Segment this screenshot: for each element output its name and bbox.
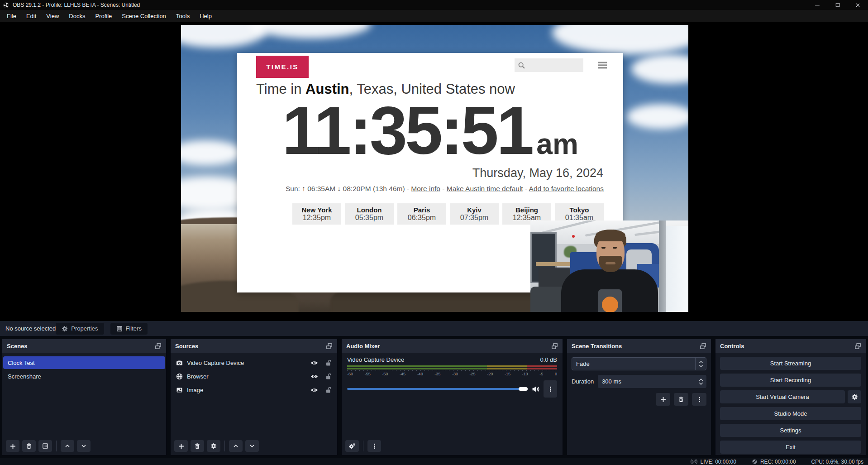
maximize-button[interactable] (827, 0, 848, 10)
start-streaming-button[interactable]: Start Streaming (720, 357, 861, 370)
sun-info-line: Sun: ↑ 06:35AM ↓ 08:20PM (13h 46m) - Mor… (286, 185, 604, 193)
office-window (662, 226, 688, 312)
add-transition-button[interactable] (656, 393, 670, 406)
sources-panel: Sources Video Capture Device Browser (170, 339, 338, 455)
scene-down-button[interactable] (77, 440, 91, 452)
transition-options-button[interactable] (692, 393, 706, 406)
start-virtual-camera-button[interactable]: Start Virtual Camera (720, 390, 845, 403)
popout-icon[interactable] (854, 343, 861, 350)
volume-slider-handle[interactable] (519, 387, 528, 391)
menu-file[interactable]: File (2, 10, 21, 22)
scenes-header: Scenes (2, 339, 166, 353)
chevron-down-icon (81, 443, 87, 449)
transition-select-arrows[interactable] (695, 358, 706, 370)
city-kyiv[interactable]: Kyiv07:35pm (450, 203, 499, 225)
popout-icon[interactable] (155, 343, 162, 350)
settings-button[interactable]: Settings (720, 424, 861, 437)
city-name: Paris (414, 206, 430, 214)
menu-view[interactable]: View (41, 10, 64, 22)
divider (56, 441, 57, 451)
tick: 0 (555, 372, 557, 376)
virtual-camera-settings-button[interactable] (848, 390, 861, 403)
webcam-overlay-source[interactable] (530, 221, 688, 312)
duration-arrows[interactable] (696, 378, 706, 385)
city-paris[interactable]: Paris06:35pm (397, 203, 446, 225)
menu-bar: File Edit View Docks Profile Scene Colle… (0, 10, 868, 22)
filters-button[interactable]: Filters (110, 323, 148, 335)
transition-value: Fade (572, 360, 695, 367)
scene-item-screenshare[interactable]: Screenshare (3, 370, 165, 383)
duration-spinbox[interactable]: 300 ms (598, 375, 706, 388)
make-default-link[interactable]: Make Austin time default (447, 185, 523, 192)
sun-times: Sun: ↑ 06:35AM ↓ 08:20PM (13h 46m) (286, 185, 405, 192)
speaker-icon (532, 385, 539, 393)
source-up-button[interactable] (229, 440, 243, 452)
minimize-button[interactable] (807, 0, 827, 10)
filters-label: Filters (126, 325, 142, 332)
popout-icon[interactable] (326, 343, 333, 350)
preview-canvas[interactable]: TIME.IS Time in Austin, Texas, United St… (181, 25, 688, 312)
plus-icon (10, 443, 16, 450)
menu-docks[interactable]: Docks (64, 10, 90, 22)
separator: - (405, 185, 411, 192)
popout-icon[interactable] (551, 343, 558, 350)
menu-edit[interactable]: Edit (21, 10, 41, 22)
close-icon (855, 2, 861, 8)
menu-help[interactable]: Help (195, 10, 217, 22)
visibility-toggle[interactable] (310, 386, 318, 394)
scene-transitions-panel: Scene Transitions Fade Duration 300 ms (567, 339, 711, 455)
mute-toggle[interactable] (532, 385, 539, 393)
lock-toggle[interactable] (325, 387, 332, 393)
more-info-link[interactable]: More info (411, 185, 440, 192)
lock-toggle[interactable] (325, 373, 332, 380)
timeis-logo[interactable]: TIME.IS (256, 56, 309, 78)
city-newyork[interactable]: New York12:35pm (292, 203, 341, 225)
scene-up-button[interactable] (61, 440, 74, 452)
clock-row: 11:35:51am (237, 96, 623, 164)
source-label: Image (187, 387, 306, 393)
remove-scene-button[interactable] (22, 440, 36, 452)
lock-toggle[interactable] (325, 360, 332, 366)
source-item-video-capture[interactable]: Video Capture Device (172, 356, 336, 369)
start-recording-button[interactable]: Start Recording (720, 374, 861, 387)
city-london[interactable]: London05:35pm (345, 203, 394, 225)
advanced-audio-button[interactable] (345, 440, 359, 452)
status-bar: LIVE: 00:00:00 REC: 00:00:00 CPU: 0.6%, … (0, 458, 868, 465)
popout-icon[interactable] (700, 343, 706, 350)
channel-options-button[interactable] (544, 380, 557, 398)
visibility-toggle[interactable] (310, 359, 318, 367)
source-item-browser[interactable]: Browser (172, 370, 336, 383)
exit-button[interactable]: Exit (720, 441, 861, 454)
tick: -5 (539, 372, 543, 376)
remove-source-button[interactable] (191, 440, 204, 452)
sources-toolbar (174, 440, 259, 452)
source-item-image[interactable]: Image (172, 384, 336, 396)
add-source-button[interactable] (174, 440, 188, 452)
search-input[interactable] (515, 58, 583, 72)
hamburger-menu-button[interactable] (597, 60, 608, 70)
add-scene-button[interactable] (6, 440, 19, 452)
source-down-button[interactable] (245, 440, 259, 452)
scene-filters-button[interactable] (38, 440, 52, 452)
volume-slider[interactable] (347, 388, 528, 390)
mixer-options-button[interactable] (367, 440, 381, 452)
transition-select[interactable]: Fade (572, 357, 706, 370)
close-button[interactable] (848, 0, 868, 10)
menu-scene-collection[interactable]: Scene Collection (117, 10, 171, 22)
visibility-toggle[interactable] (310, 373, 318, 380)
chevron-down-icon (699, 382, 703, 385)
studio-mode-button[interactable]: Studio Mode (720, 407, 861, 420)
mixer-channel: Video Capture Device 0.0 dB -60-55-50-45… (342, 353, 563, 398)
scene-label: Clock Test (8, 360, 35, 366)
source-properties-button[interactable] (207, 440, 220, 452)
scene-item-clock-test[interactable]: Clock Test (3, 356, 165, 369)
globe-icon (176, 373, 183, 380)
mixer-toolbar (345, 440, 381, 452)
menu-profile[interactable]: Profile (90, 10, 117, 22)
remove-transition-button[interactable] (674, 393, 688, 406)
controls-panel: Controls Start Streaming Start Recording… (715, 339, 866, 455)
properties-button[interactable]: Properties (56, 323, 104, 335)
scenes-panel: Scenes Clock Test Screenshare (2, 339, 167, 455)
add-favorite-link[interactable]: Add to favorite locations (529, 185, 604, 192)
menu-tools[interactable]: Tools (171, 10, 195, 22)
